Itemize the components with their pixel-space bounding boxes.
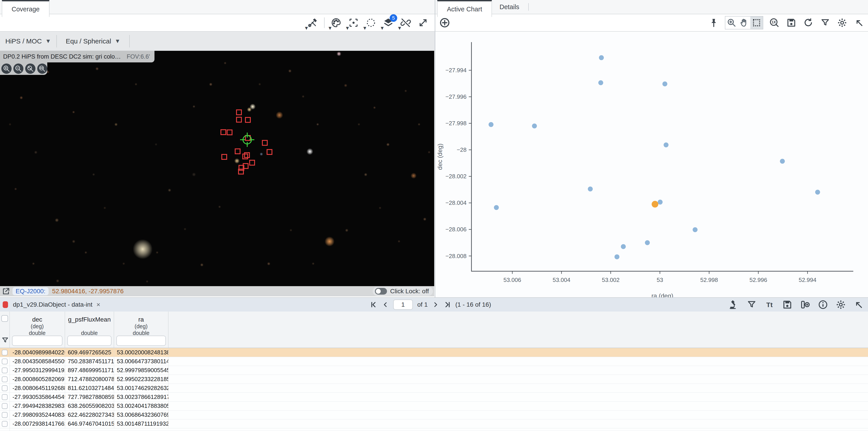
page-number-input[interactable] <box>393 300 413 310</box>
data-point[interactable] <box>489 122 494 127</box>
data-point[interactable] <box>662 82 668 87</box>
expand-chart-button[interactable] <box>853 17 865 29</box>
filter-input-ra[interactable] <box>116 336 166 346</box>
pan-mode-button[interactable] <box>738 17 750 29</box>
first-page-button[interactable] <box>370 301 378 308</box>
selected-data-point[interactable] <box>652 201 658 208</box>
data-point[interactable] <box>615 254 619 259</box>
zoom-in-button[interactable] <box>1 63 11 74</box>
zoom-original-button[interactable] <box>769 17 780 29</box>
unlink-button[interactable]: ▾ <box>400 17 411 29</box>
select-mode-button[interactable] <box>750 17 763 29</box>
save-table-button[interactable] <box>781 299 793 310</box>
column-header-dec[interactable]: dec (deg) double <box>10 312 65 348</box>
data-point[interactable] <box>598 80 603 85</box>
data-point[interactable] <box>532 123 537 128</box>
recenter-button[interactable]: ▾ <box>348 17 359 29</box>
target-crosshair-icon <box>238 130 257 150</box>
zoom-fit-button[interactable] <box>25 63 35 74</box>
star <box>404 90 407 92</box>
add-column-button[interactable] <box>799 299 811 310</box>
star <box>95 67 99 70</box>
tab-active-chart[interactable]: Active Chart <box>437 0 492 17</box>
data-point[interactable] <box>588 187 593 191</box>
table-cell: 622.4622802734375 <box>65 410 114 419</box>
table-settings-button[interactable] <box>835 299 846 310</box>
row-checkbox[interactable] <box>2 376 7 382</box>
coord-system-label[interactable]: EQ-J2000: <box>12 287 49 295</box>
click-lock-toggle[interactable] <box>375 288 387 295</box>
expand-button[interactable] <box>417 17 429 29</box>
data-point[interactable] <box>494 205 499 210</box>
table-row[interactable]: -27.993053586445498727.798278808593853.0… <box>0 393 868 402</box>
table-row[interactable]: -28.004098998402267609.469726562553.0002… <box>0 348 868 357</box>
x-tick-label: 53 <box>657 277 663 283</box>
column-header-g-psffluxmean[interactable]: g_psfFluxMean double <box>65 312 114 348</box>
tab-details[interactable]: Details <box>492 0 527 14</box>
data-point[interactable] <box>663 143 669 147</box>
table-row[interactable]: -27.998093524408386622.462280273437553.0… <box>0 410 868 420</box>
add-chart-button[interactable] <box>439 17 451 29</box>
pin-chart-button[interactable] <box>708 17 719 29</box>
row-checkbox[interactable] <box>2 403 7 409</box>
table-row[interactable]: -28.007293814176624646.974670410156253.0… <box>0 420 868 428</box>
restore-chart-button[interactable] <box>803 17 814 29</box>
data-point[interactable] <box>658 200 663 205</box>
column-header-ra[interactable]: ra (deg) double <box>114 312 168 348</box>
layers-button[interactable]: 5▾ <box>382 17 394 29</box>
table-info-button[interactable] <box>817 299 829 310</box>
data-point[interactable] <box>780 159 785 164</box>
row-checkbox[interactable] <box>2 421 7 427</box>
zoom-fill-button[interactable] <box>37 63 48 74</box>
expand-table-button[interactable] <box>853 299 864 310</box>
filter-input-dec[interactable] <box>12 336 62 346</box>
filter-row-icon[interactable] <box>1 337 9 345</box>
tools-button[interactable]: ▾ <box>307 17 318 29</box>
table-cell: -27.99503129994192 <box>10 366 65 375</box>
close-table-icon[interactable]: × <box>96 301 100 308</box>
save-chart-button[interactable] <box>785 17 797 29</box>
select-all-checkbox[interactable] <box>1 315 8 322</box>
x-tick-label: 52.998 <box>700 277 718 283</box>
star <box>312 262 314 265</box>
hips-moc-dropdown[interactable]: HiPS / MOC ▼ <box>0 32 56 51</box>
zoom-mode-button[interactable] <box>725 17 738 29</box>
filter-chart-button[interactable] <box>819 17 831 29</box>
table-row[interactable]: -28.00086052820697712.478820800781252.99… <box>0 375 868 384</box>
table-row[interactable]: -28.004350858455094750.283874511718853.0… <box>0 357 868 366</box>
sky-viewport[interactable]: DP0.2 HiPS from DESC DC2 sim: gri colo… … <box>0 51 434 297</box>
zoom-out-button[interactable] <box>13 63 24 74</box>
last-page-button[interactable] <box>443 301 451 308</box>
external-link-icon[interactable] <box>2 287 10 296</box>
row-checkbox[interactable] <box>2 412 7 418</box>
filter-table-button[interactable] <box>746 299 757 310</box>
data-point[interactable] <box>645 240 650 245</box>
prev-page-button[interactable] <box>382 301 389 308</box>
color-palette-button[interactable]: ▾ <box>330 17 342 29</box>
row-checkbox[interactable] <box>2 385 7 391</box>
table-row[interactable]: -27.994942838298332638.260559082031253.0… <box>0 402 868 410</box>
column-name: g_psfFluxMean <box>65 316 114 323</box>
row-checkbox[interactable] <box>2 359 7 364</box>
star <box>276 112 283 119</box>
chart-toolbar <box>435 14 868 32</box>
data-point[interactable] <box>692 227 698 232</box>
filter-input-g-psffluxmean[interactable] <box>67 336 112 346</box>
table-row[interactable]: -28.008064511926882811.621032714843853.0… <box>0 384 868 393</box>
data-point[interactable] <box>599 55 604 60</box>
tab-coverage[interactable]: Coverage <box>2 0 50 17</box>
inspect-button[interactable] <box>728 299 740 310</box>
scatter-chart[interactable]: 53.00653.00453.0025352.99852.99652.994−2… <box>435 32 868 297</box>
data-point[interactable] <box>815 190 820 194</box>
row-checkbox[interactable] <box>2 350 7 356</box>
x-tick-label: 52.994 <box>799 277 816 283</box>
next-page-button[interactable] <box>432 301 439 308</box>
text-view-button[interactable] <box>764 299 775 310</box>
row-checkbox[interactable] <box>2 368 7 373</box>
data-point[interactable] <box>621 244 626 249</box>
select-region-button[interactable]: ▾ <box>365 17 377 29</box>
projection-dropdown[interactable]: Equ / Spherical ▼ <box>57 32 129 51</box>
table-row[interactable]: -27.99503129994192897.486999511718852.99… <box>0 366 868 375</box>
chart-settings-button[interactable] <box>836 17 848 29</box>
row-checkbox[interactable] <box>2 394 7 400</box>
